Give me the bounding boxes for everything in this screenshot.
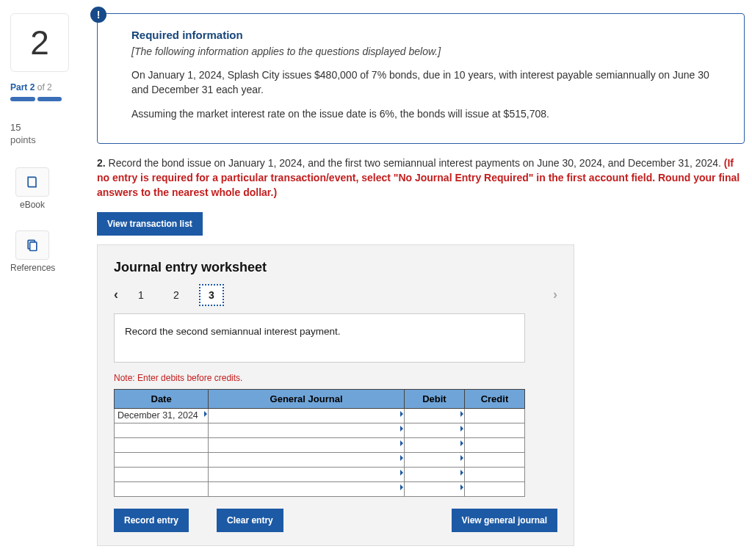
info-paragraph-2: Assuming the market interest rate on the… xyxy=(131,106,725,121)
cell-account[interactable] xyxy=(209,481,405,496)
cell-date[interactable] xyxy=(115,467,209,481)
part-indicator: Part 2 of 2 xyxy=(10,82,84,92)
cell-date[interactable] xyxy=(115,423,209,437)
table-row: December 31, 2024 xyxy=(115,408,525,423)
sidebar: 2 Part 2 of 2 15 points eBook References xyxy=(10,13,84,546)
worksheet-buttons: Record entry Clear entry View general jo… xyxy=(114,509,557,532)
part-progress xyxy=(10,97,62,101)
view-general-journal-button[interactable]: View general journal xyxy=(452,509,557,532)
col-general-journal: General Journal xyxy=(209,389,405,408)
progress-seg-1 xyxy=(10,97,35,101)
points: 15 points xyxy=(10,122,84,147)
cell-date[interactable] xyxy=(115,437,209,452)
step-3[interactable]: 3 xyxy=(199,284,224,306)
question-number: 2 xyxy=(30,23,49,62)
cell-debit[interactable] xyxy=(404,423,464,437)
required-info-card: ! Required information [The following in… xyxy=(97,13,745,144)
entry-instruction: Record the second semiannual interest pa… xyxy=(114,313,525,363)
col-date: Date xyxy=(115,389,209,408)
table-row xyxy=(115,452,525,467)
cell-debit[interactable] xyxy=(404,481,464,496)
info-heading: Required information xyxy=(131,29,725,41)
table-row xyxy=(115,481,525,496)
references-link[interactable]: References xyxy=(10,230,54,273)
info-badge-icon: ! xyxy=(90,7,106,23)
col-credit: Credit xyxy=(464,389,524,408)
table-row xyxy=(115,423,525,437)
col-debit: Debit xyxy=(404,389,464,408)
cell-credit[interactable] xyxy=(464,437,524,452)
cell-debit[interactable] xyxy=(404,467,464,481)
part-label-text: Part 2 xyxy=(10,82,35,92)
ebook-link[interactable]: eBook xyxy=(10,167,54,210)
cell-account[interactable] xyxy=(209,437,405,452)
cell-account[interactable] xyxy=(209,408,405,423)
references-icon xyxy=(15,230,49,260)
ebook-icon xyxy=(15,167,49,197)
cell-account[interactable] xyxy=(209,452,405,467)
part-of-text: of 2 xyxy=(37,82,52,92)
note-debits-before-credits: Note: Enter debits before credits. xyxy=(114,373,557,383)
points-label: points xyxy=(10,134,36,145)
step-1[interactable]: 1 xyxy=(129,284,153,306)
journal-body: December 31, 2024 xyxy=(115,408,525,496)
cell-debit[interactable] xyxy=(404,437,464,452)
svg-rect-1 xyxy=(30,242,37,251)
references-label: References xyxy=(10,263,55,273)
worksheet-step-nav: ‹ 1 2 3 › xyxy=(114,284,557,306)
question-number-box: 2 xyxy=(10,13,69,72)
points-value: 15 xyxy=(10,122,84,134)
info-paragraph-1: On January 1, 2024, Splash City issues $… xyxy=(131,68,725,98)
main-content: ! Required information [The following in… xyxy=(97,13,745,546)
record-entry-button[interactable]: Record entry xyxy=(114,509,189,532)
chevron-right-icon[interactable]: › xyxy=(553,287,557,302)
question-body: Record the bond issue on January 1, 2024… xyxy=(109,157,724,169)
progress-seg-2 xyxy=(37,97,62,101)
cell-debit[interactable] xyxy=(404,408,464,423)
cell-credit[interactable] xyxy=(464,408,524,423)
cell-credit[interactable] xyxy=(464,423,524,437)
question-number-inline: 2. xyxy=(97,157,106,169)
cell-debit[interactable] xyxy=(404,452,464,467)
worksheet-title: Journal entry worksheet xyxy=(114,260,557,275)
cell-date[interactable] xyxy=(115,481,209,496)
table-row xyxy=(115,467,525,481)
journal-worksheet-panel: Journal entry worksheet ‹ 1 2 3 › Record… xyxy=(97,244,574,546)
cell-date[interactable]: December 31, 2024 xyxy=(115,408,209,423)
cell-account[interactable] xyxy=(209,423,405,437)
question-text: 2. Record the bond issue on January 1, 2… xyxy=(97,156,745,200)
clear-entry-button[interactable]: Clear entry xyxy=(217,509,283,532)
cell-credit[interactable] xyxy=(464,481,524,496)
chevron-left-icon[interactable]: ‹ xyxy=(114,287,118,302)
view-transaction-list-button[interactable]: View transaction list xyxy=(97,212,203,236)
ebook-label: eBook xyxy=(20,200,45,210)
cell-credit[interactable] xyxy=(464,452,524,467)
info-subtext: [The following information applies to th… xyxy=(131,46,725,57)
cell-date[interactable] xyxy=(115,452,209,467)
table-row xyxy=(115,437,525,452)
cell-credit[interactable] xyxy=(464,467,524,481)
cell-account[interactable] xyxy=(209,467,405,481)
journal-entry-table: Date General Journal Debit Credit Decemb… xyxy=(114,389,525,497)
step-2[interactable]: 2 xyxy=(164,284,189,306)
